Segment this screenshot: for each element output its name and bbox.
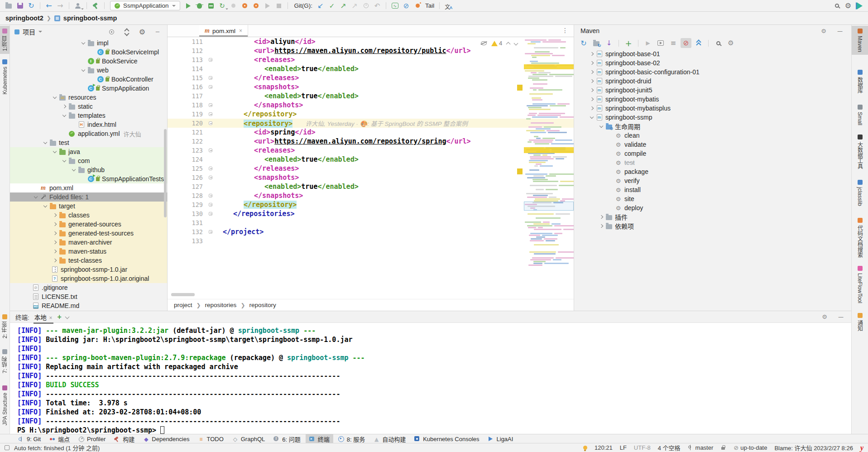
indent-setting[interactable]: 4 个空格 (658, 443, 681, 452)
coverage-icon[interactable] (206, 1, 216, 11)
terminal-output[interactable]: [INFO] --- maven-jar-plugin:3.2.2:jar (d… (10, 323, 851, 435)
code-line-119[interactable]: 119</repository> (168, 110, 574, 119)
tree-row-springboot-junit5[interactable]: mspringboot-junit5 (574, 86, 851, 95)
translate-icon[interactable] (443, 1, 453, 11)
code-line-122[interactable]: 122<url>https://maven.aliyun.com/reposit… (168, 137, 574, 146)
run-gray-icon[interactable]: ▶ (643, 38, 653, 48)
tree-row-verify[interactable]: ⚙verify (574, 176, 851, 185)
tree-row-impl[interactable]: impl (10, 38, 167, 48)
chevron-closed-icon[interactable] (597, 225, 605, 227)
chevron-closed-icon[interactable] (588, 107, 595, 110)
tree-row-test[interactable]: ⚙test (574, 158, 851, 167)
code-line-118[interactable]: 118</snapshots> (168, 101, 574, 110)
run-icon[interactable] (183, 1, 193, 11)
chevron-open-icon[interactable] (51, 96, 58, 98)
tool-strip-item-jpa[interactable]: JPA Structure (0, 383, 10, 428)
chevron-down-icon[interactable] (38, 31, 42, 33)
profiler-2-icon[interactable] (251, 1, 261, 11)
hide-icon[interactable]: ─ (153, 27, 163, 37)
tool-strip-item-jclasslib[interactable]: jclasslib (852, 177, 868, 209)
open-folder-icon[interactable] (4, 1, 14, 11)
code-line-131[interactable]: 131 (168, 218, 574, 227)
warnings-indicator[interactable]: 4 (491, 40, 502, 47)
minimap-viewport[interactable] (524, 202, 574, 211)
tail-button[interactable]: Tail (425, 2, 434, 9)
tree-row-com[interactable]: com (10, 156, 167, 165)
fold-marker-icon[interactable] (203, 194, 218, 197)
warning-stripe-mark[interactable] (517, 168, 523, 174)
settings-icon[interactable]: ⚙ (843, 1, 853, 11)
profiler-1-icon[interactable] (240, 1, 250, 11)
forward-icon[interactable]: → (55, 1, 65, 11)
code-line-121[interactable]: 121<id>spring</id> (168, 128, 574, 137)
tree-row-deploy[interactable]: ⚙deploy (574, 203, 851, 212)
run-configuration-select[interactable]: SsmpApplication (110, 1, 180, 10)
tree-row-pom-xml[interactable]: mpom.xml (10, 183, 167, 192)
locate-icon[interactable] (106, 27, 116, 37)
chevron-closed-icon[interactable] (588, 71, 595, 73)
spark-icon[interactable] (412, 1, 422, 11)
tree-row-install[interactable]: ⚙install (574, 185, 851, 194)
code-line-129[interactable]: 129</repository> (168, 200, 574, 209)
breadcrumb-module[interactable]: springboot-ssmp (63, 14, 117, 22)
code-line-117[interactable]: 117<enabled>true</enabled> (168, 91, 574, 101)
chevron-open-icon[interactable] (51, 151, 58, 153)
tree-row-readme-md[interactable]: README.md (10, 301, 167, 310)
chevron-closed-icon[interactable] (588, 89, 595, 91)
chevron-closed-icon[interactable] (51, 250, 58, 253)
highlighting-level-icon[interactable] (481, 41, 487, 45)
update-project-icon[interactable]: ↙ (316, 1, 326, 11)
close-icon[interactable]: × (239, 28, 242, 34)
chevron-closed-icon[interactable] (588, 62, 595, 64)
chevron-open-icon[interactable] (597, 125, 605, 127)
sync-sources-icon[interactable] (591, 38, 602, 48)
tree-row-bookservice[interactable]: IBookService (10, 57, 167, 66)
chevron-open-icon[interactable] (32, 196, 39, 198)
tree-row-springboot-basic-configuration-01[interactable]: mspringboot-basic-configuration-01 (574, 67, 851, 77)
warning-stripe-mark[interactable] (517, 85, 523, 91)
chevron-closed-icon[interactable] (597, 216, 605, 218)
tree-row-index-html[interactable]: index.html (10, 120, 167, 129)
code-line-115[interactable]: 115</releases> (168, 73, 574, 82)
tree-row-springboot-ssmp-1-0-jar[interactable]: springboot-ssmp-1.0.jar (10, 265, 167, 274)
tree-row-clean[interactable]: ⚙clean (574, 131, 851, 140)
user-icon[interactable] (73, 1, 83, 11)
tree-row-springboot-mybatisplus[interactable]: mspringboot-mybatisplus (574, 104, 851, 113)
tree-row-classes[interactable]: classes (10, 211, 167, 220)
code-line-128[interactable]: 128</snapshots> (168, 191, 574, 200)
project-panel-title[interactable]: 项目 (23, 27, 35, 36)
code-line-113[interactable]: 113<releases> (168, 55, 574, 64)
code-line-120[interactable]: 120<repository>许大仙, Yesterday · 🎨: 基于 Sp… (168, 119, 574, 128)
fold-marker-icon[interactable] (203, 176, 218, 179)
tree-row-package[interactable]: ⚙package (574, 167, 851, 176)
run-config-icon[interactable] (655, 38, 666, 48)
gear-icon[interactable]: ⚙ (819, 26, 829, 36)
tree-row-static[interactable]: static (10, 102, 167, 111)
tree-row-springboot-ssmp-1-0-jar-original[interactable]: springboot-ssmp-1.0.jar.original (10, 274, 167, 283)
toolwindow-button-graphql[interactable]: GraphQL (229, 435, 269, 443)
fold-marker-icon[interactable] (203, 212, 218, 216)
code-line-124[interactable]: 124<enabled>true</enabled> (168, 155, 574, 164)
add-icon[interactable]: + (623, 38, 634, 48)
code-line-125[interactable]: 125</releases> (168, 164, 574, 173)
chevron-open-icon[interactable] (60, 160, 68, 162)
tree-row-compile[interactable]: ⚙compile (574, 149, 851, 158)
chevron-open-icon[interactable] (60, 115, 68, 116)
tool-strip-item-bookmarks[interactable]: 2: 书签 (0, 312, 10, 341)
toolwindow-layout-icon[interactable] (5, 445, 10, 450)
tree-row-test-classes[interactable]: test-classes (10, 256, 167, 265)
code-line-126[interactable]: 126<snapshots> (168, 173, 574, 182)
tool-strip-item-database[interactable]: 数据库 (852, 67, 868, 96)
editor-minimap[interactable] (524, 38, 574, 283)
gear-icon[interactable]: ⚙ (820, 312, 830, 322)
push-icon[interactable]: ↗ (338, 1, 348, 11)
hide-panel-icon[interactable]: ─ (836, 312, 846, 322)
chevron-closed-icon[interactable] (51, 214, 58, 216)
toolwindow-button-profiler[interactable]: Profiler (75, 435, 109, 443)
chevron-down-icon[interactable] (65, 315, 69, 319)
debug-icon[interactable] (195, 1, 205, 11)
tree-row-generated-test-sources[interactable]: generated-test-sources (10, 229, 167, 238)
tree-row-springboot-base-02[interactable]: mspringboot-base-02 (574, 58, 851, 67)
rollback-icon[interactable]: ↶ (372, 1, 382, 11)
tree-row-ssmpapplicationtests[interactable]: CSsmpApplicationTests (10, 174, 167, 183)
